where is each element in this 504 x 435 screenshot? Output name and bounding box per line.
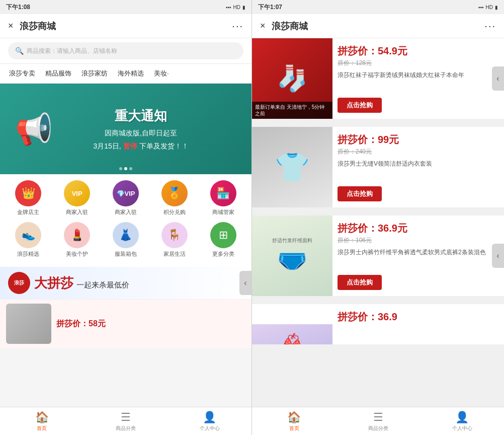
product-4-info: 拼莎价：36.9 xyxy=(332,304,504,344)
right-title: 浪莎商城 xyxy=(272,20,485,32)
tab-fashion[interactable]: 精品服饰 xyxy=(40,64,76,83)
banner-dots xyxy=(119,167,132,170)
icon-grid-bottom: 👟 浪莎精选 💄 美妆个护 👗 服装箱包 🪑 家居生活 ⊞ 更多分类 xyxy=(4,222,247,258)
left-status-icons: ▪▪▪ HD ▮ xyxy=(226,5,245,10)
battery-icon: ▮ xyxy=(242,5,245,10)
icon-points[interactable]: 🏅 积分兑购 xyxy=(161,180,188,216)
product-3-pin-price: 拼莎价：36.9元 xyxy=(338,222,497,235)
banner-highlight: 暂停 xyxy=(123,142,137,150)
right-home-label: 首页 xyxy=(289,425,299,432)
underwear-label: 舒适竹浆纤维面料 xyxy=(272,237,312,244)
megaphone-icon: 📢 xyxy=(15,111,53,147)
more-category-icon: ⊞ xyxy=(210,222,236,248)
store-manager-label: 商城管家 xyxy=(212,208,234,216)
gold-member-icon: 👑 xyxy=(15,180,41,206)
home-icon: 🏠 xyxy=(35,411,49,424)
collapse-button[interactable]: ‹ xyxy=(239,271,251,295)
product-1-orig-price: 原价：128元 xyxy=(338,59,497,67)
product-4-pin-price: 拼莎价：36.9 xyxy=(338,310,497,324)
left-icon-section: 👑 金牌店主 VIP 商家入驻 💎VIP 商家入驻 🏅 积分兑购 🏪 商城管家 xyxy=(0,174,251,267)
left-more-button[interactable]: ··· xyxy=(232,20,243,32)
langsha-select-label: 浪莎精选 xyxy=(17,250,39,258)
product-2-buy-button[interactable]: 点击抢购 xyxy=(338,186,382,201)
product-preview-info: 拼莎价：58元 xyxy=(51,319,245,329)
clothing-bag-icon: 👗 xyxy=(113,222,139,248)
nav-home[interactable]: 🏠 首页 xyxy=(0,407,84,435)
product-preview-image xyxy=(6,304,51,344)
icon-merchant-join2[interactable]: 💎VIP 商家入驻 xyxy=(113,180,139,216)
product-3-buy-button[interactable]: 点击抢购 xyxy=(338,275,382,290)
right-status-bar: 下午1:07 ▪▪▪ HD ▮ xyxy=(252,0,504,14)
left-promo-section[interactable]: 浪莎 大拼莎 一起来杀最低价 ‹ xyxy=(0,267,251,299)
tab-overseas[interactable]: 海外精选 xyxy=(113,64,149,83)
right-nav-category[interactable]: ☰ 商品分类 xyxy=(336,407,420,435)
underwear-emoji: 🩲 xyxy=(277,246,307,274)
home-life-icon: 🪑 xyxy=(161,222,188,248)
icon-more-category[interactable]: ⊞ 更多分类 xyxy=(210,222,236,258)
product-1-pin-price: 拼莎价：54.9元 xyxy=(338,44,497,58)
right-nav-profile[interactable]: 👤 个人中心 xyxy=(420,407,504,435)
merchant-join-icon: VIP xyxy=(64,180,90,206)
product-row-4[interactable]: 👙 拼莎价：36.9 xyxy=(252,304,504,344)
product-1-desc: 浪莎红袜子福字新烫绒男袜绒婚大红袜子本命年 xyxy=(338,70,497,80)
icon-store-manager[interactable]: 🏪 商城管家 xyxy=(210,180,236,216)
icon-merchant-join[interactable]: VIP 商家入驻 xyxy=(64,180,90,216)
icon-home-life[interactable]: 🪑 家居生活 xyxy=(161,222,188,258)
dot-2 xyxy=(124,167,127,170)
home-life-label: 家居生活 xyxy=(163,250,186,258)
product-3-image: 舒适竹浆纤维面料 🩲 xyxy=(252,215,332,296)
right-close-button[interactable]: × xyxy=(260,21,266,31)
product-3-info: 拼莎价：36.9元 原价：106元 浪莎男士内裤竹纤维平角裤透气柔软男式底裤2条… xyxy=(332,215,504,296)
icon-beauty-care[interactable]: 💄 美妆个护 xyxy=(64,222,90,258)
left-search-input[interactable]: 🔍 商品搜索：请输入商品、店铺名称 xyxy=(8,42,243,59)
tab-langsha-special[interactable]: 浪莎专卖 xyxy=(4,64,40,83)
profile-label: 个人中心 xyxy=(200,425,220,432)
right-collapse-3[interactable]: ‹ xyxy=(492,244,504,268)
icon-gold-member[interactable]: 👑 金牌店主 xyxy=(15,180,41,216)
merchant-join2-icon: 💎VIP xyxy=(113,180,139,206)
left-nav-bar: × 浪莎商城 ··· xyxy=(0,14,251,38)
product-2-pin-price: 拼莎价：99元 xyxy=(338,133,497,147)
banner-line1: 因商城改版,自即日起至 xyxy=(105,129,177,138)
store-manager-icon: 🏪 xyxy=(210,180,236,206)
right-collapse-1[interactable]: ‹ xyxy=(492,66,504,91)
product-1-info: 拼莎价：54.9元 原价：128元 浪莎红袜子福字新烫绒男袜绒婚大红袜子本命年 … xyxy=(332,38,504,119)
product-1-buy-button[interactable]: 点击抢购 xyxy=(338,98,382,113)
icon-langsha-select[interactable]: 👟 浪莎精选 xyxy=(15,222,41,258)
left-search-bar: 🔍 商品搜索：请输入商品、店铺名称 xyxy=(0,38,251,64)
signal-icon: ▪▪▪ xyxy=(226,5,231,10)
left-category-tabs: 浪莎专卖 精品服饰 浪莎家纺 海外精选 美妆· xyxy=(0,64,251,84)
socks-emoji: 🧦 xyxy=(277,64,308,93)
left-time: 下午1:08 xyxy=(6,3,30,12)
right-more-button[interactable]: ··· xyxy=(484,20,496,32)
product-3-desc: 浪莎男士内裤竹纤维平角裤透气柔软男式底裤2条装混色 xyxy=(338,248,497,257)
right-bottom-nav: 🏠 首页 ☰ 商品分类 👤 个人中心 xyxy=(252,407,504,435)
product-row-3[interactable]: 舒适竹浆纤维面料 🩲 拼莎价：36.9元 原价：106元 浪莎男士内裤竹纤维平角… xyxy=(252,215,504,300)
nav-profile[interactable]: 👤 个人中心 xyxy=(167,407,251,435)
product-row-2[interactable]: 👕 拼莎价：99元 原价：240元 浪莎男士无缝V领简洁舒适内衣套装 点击抢购 xyxy=(252,127,504,211)
left-banner[interactable]: 📢 重大通知 因商城改版,自即日起至 3月15日, 暂停 下单及发货！！ xyxy=(0,84,251,174)
product-4-emoji: 👙 xyxy=(280,333,305,345)
right-nav-bar: × 浪莎商城 ··· xyxy=(252,14,504,38)
product-2-orig-price: 原价：240元 xyxy=(338,148,497,156)
beauty-care-label: 美妆个护 xyxy=(66,250,88,258)
dot-3 xyxy=(129,167,132,170)
left-title: 浪莎商城 xyxy=(20,20,232,32)
right-wifi-icon: HD xyxy=(486,5,493,10)
right-home-icon: 🏠 xyxy=(287,411,301,424)
left-close-button[interactable]: × xyxy=(8,21,14,31)
tab-home-textile[interactable]: 浪莎家纺 xyxy=(76,64,113,83)
right-nav-home[interactable]: 🏠 首页 xyxy=(252,407,336,435)
product-list: 最新订单来自 天清地宁，5分钟之前 🧦 拼莎价：54.9元 原价：128元 浪莎… xyxy=(252,38,504,348)
icon-grid-top: 👑 金牌店主 VIP 商家入驻 💎VIP 商家入驻 🏅 积分兑购 🏪 商城管家 xyxy=(4,180,247,216)
dot-1 xyxy=(119,167,122,170)
gold-member-label: 金牌店主 xyxy=(17,208,39,216)
left-product-preview[interactable]: 拼莎价：58元 xyxy=(0,299,251,348)
product-row-1[interactable]: 最新订单来自 天清地宁，5分钟之前 🧦 拼莎价：54.9元 原价：128元 浪莎… xyxy=(252,38,504,123)
right-status-icons: ▪▪▪ HD ▮ xyxy=(478,5,498,10)
nav-category[interactable]: ☰ 商品分类 xyxy=(84,407,168,435)
right-profile-icon: 👤 xyxy=(455,411,469,424)
icon-clothing-bag[interactable]: 👗 服装箱包 xyxy=(113,222,139,258)
tab-beauty[interactable]: 美妆· xyxy=(149,64,174,83)
right-scroll-content[interactable]: 最新订单来自 天清地宁，5分钟之前 🧦 拼莎价：54.9元 原价：128元 浪莎… xyxy=(252,38,504,407)
